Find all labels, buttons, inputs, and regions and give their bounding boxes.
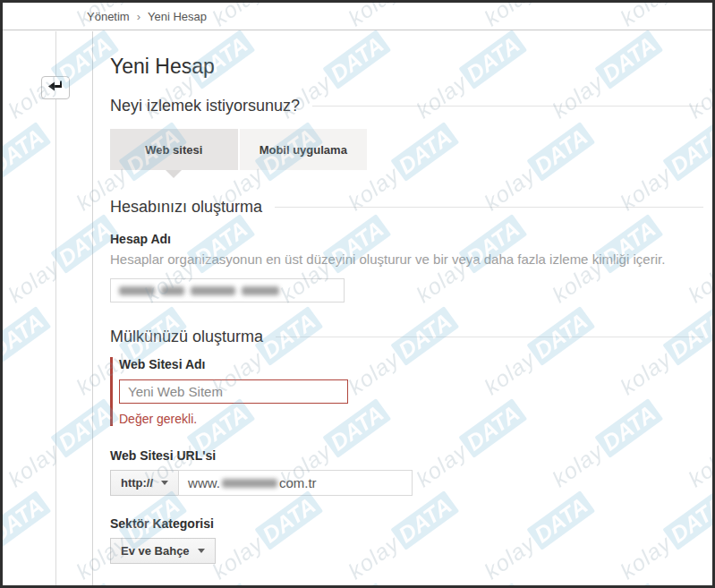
website-name-field-group: Web Sitesi Adı Yeni Web Sitem Değer gere… [110, 357, 703, 426]
account-name-redacted-value [119, 283, 279, 298]
url-redacted-middle [222, 479, 277, 488]
page-title: Yeni Hesap [110, 55, 703, 79]
url-protocol-dropdown[interactable]: http:// [110, 470, 179, 496]
watermark-text: kolayDATA [3, 490, 51, 584]
website-url-label: Web Sitesi URL'si [110, 448, 703, 463]
website-name-placeholder: Yeni Web Sitem [128, 384, 223, 399]
website-url-row: http:// www. com.tr [110, 470, 703, 496]
website-name-error: Değer gerekli. [119, 412, 703, 426]
website-name-label: Web Sitesi Adı [119, 357, 703, 371]
breadcrumb-admin-link[interactable]: Yönetim [87, 10, 130, 23]
account-name-label: Hesap Adı [110, 232, 703, 246]
tab-mobile-app-label: Mobil uygulama [260, 143, 347, 157]
back-arrow-icon [48, 81, 64, 95]
website-name-input[interactable]: Yeni Web Sitem [119, 379, 348, 404]
chevron-down-icon [198, 549, 205, 553]
breadcrumb: Yönetim › Yeni Hesap [3, 3, 712, 30]
section-property-title: Mülkünüzü oluşturma [110, 328, 263, 346]
website-url-input[interactable]: www. com.tr [178, 470, 413, 496]
section-track: Neyi izlemek istiyorsunuz? [110, 97, 703, 115]
section-track-title: Neyi izlemek istiyorsunuz? [110, 97, 300, 115]
section-property: Mülkünüzü oluşturma [110, 328, 703, 346]
watermark-text: kolayDATA [3, 122, 51, 216]
url-protocol-value: http:// [121, 476, 153, 490]
section-account: Hesabınızı oluşturma [110, 198, 703, 217]
industry-label: Sektör Kategorisi [110, 516, 703, 531]
back-button[interactable] [41, 76, 70, 99]
breadcrumb-current-page: Yeni Hesap [148, 10, 207, 23]
account-name-help: Hesaplar organizasyonun en üst düzeyini … [110, 251, 703, 267]
main-content-panel: Yeni Hesap Neyi izlemek istiyorsunuz? We… [92, 31, 712, 585]
section-rule [276, 337, 703, 337]
tab-web-site[interactable]: Web sitesi [110, 129, 238, 170]
section-rule [312, 106, 703, 107]
chevron-down-icon [161, 481, 168, 485]
left-rail-divider [55, 31, 56, 585]
account-name-input[interactable] [110, 278, 345, 303]
url-visible-prefix: www. [188, 475, 220, 490]
tracking-type-tabs: Web sitesi Mobil uygulama [110, 129, 367, 170]
industry-dropdown[interactable]: Ev ve Bahçe [110, 538, 216, 564]
url-visible-suffix: com.tr [279, 475, 317, 490]
tab-mobile-app[interactable]: Mobil uygulama [240, 129, 368, 170]
watermark-text: kolayDATA [3, 306, 51, 400]
industry-selected-value: Ev ve Bahçe [121, 544, 190, 558]
section-account-title: Hesabınızı oluşturma [110, 198, 262, 217]
app-window: Yönetim › Yeni Hesap Yeni Hesap Neyi izl… [0, 0, 715, 588]
tab-web-site-label: Web sitesi [145, 143, 202, 157]
breadcrumb-separator: › [137, 10, 140, 23]
section-rule [275, 207, 703, 208]
